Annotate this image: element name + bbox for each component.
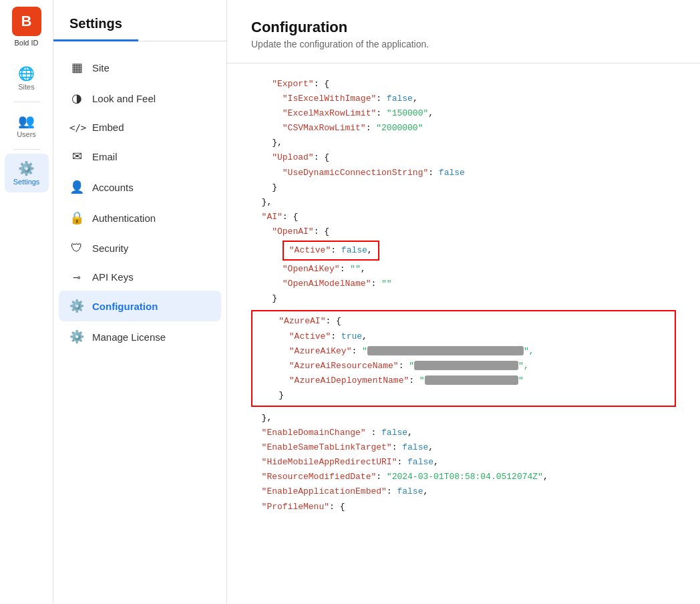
manage-license-label: Manage License: [92, 331, 166, 343]
nav-item-look-and-feel[interactable]: ◑ Look and Feel: [53, 83, 226, 114]
nav-item-manage-license[interactable]: ⚙️ Manage License: [53, 321, 226, 352]
code-line-azure-active: "Active": true,: [258, 329, 669, 344]
nav-item-configuration[interactable]: ⚙️ Configuration: [59, 291, 221, 321]
look-feel-icon: ◑: [69, 91, 84, 106]
code-line-openai-close: }: [251, 291, 676, 306]
nav-item-email[interactable]: ✉ Email: [53, 141, 226, 172]
sidebar-item-sites[interactable]: 🌐 Sites: [5, 59, 49, 98]
sidebar-item-users[interactable]: 👥 Users: [5, 106, 49, 145]
security-label: Security: [92, 243, 128, 254]
code-line-openaimodel: "OpenAiModelName": "": [251, 277, 676, 291]
code-line-enabledomain: "EnableDomainChange" : false,: [251, 426, 676, 440]
manage-license-icon: ⚙️: [69, 329, 84, 344]
code-line-azureaik: "AzureAiKey": " ",: [258, 344, 669, 359]
code-line-azuredeployment: "AzureAiDeploymentName": " ": [258, 373, 669, 388]
nav-item-accounts[interactable]: 👤 Accounts: [53, 172, 226, 202]
code-line-export-close: },: [251, 136, 676, 150]
code-line-isexcel: "IsExcelWithImage": false,: [251, 92, 676, 106]
azure-ai-highlight-block: "AzureAI": { "Active": true, "AzureAiKey…: [251, 310, 676, 407]
sites-label: Sites: [18, 83, 34, 91]
accounts-label: Accounts: [92, 182, 134, 193]
code-line-ai-close: },: [251, 411, 676, 426]
sites-icon: 🌐: [18, 65, 35, 82]
authentication-label: Authentication: [92, 212, 156, 224]
config-code-area: "Export": { "IsExcelWithImage": false, "…: [227, 63, 700, 604]
nav-item-embed[interactable]: </> Embed: [53, 114, 226, 141]
nav-item-security[interactable]: 🛡 Security: [53, 233, 226, 263]
code-line-openaik: "OpenAiKey": "",: [251, 262, 676, 277]
code-line-azureresource: "AzureAiResourceName": " ",: [258, 359, 669, 373]
code-line-resourcemodified: "ResourceModifiedDate": "2024-03-01T08:5…: [251, 470, 676, 484]
settings-icon: ⚙️: [18, 160, 35, 176]
security-icon: 🛡: [69, 241, 84, 255]
code-line-azureai-close: }: [258, 388, 669, 403]
code-line-hidemobile: "HideMobileAppRedirectURI": false,: [251, 455, 676, 470]
site-label: Site: [92, 62, 110, 73]
settings-nav-header: Settings: [53, 16, 226, 41]
active-false-highlight: "Active": false,: [283, 241, 379, 261]
main-content: Configuration Update the configuration o…: [227, 0, 700, 604]
api-keys-label: API Keys: [92, 271, 134, 283]
code-line-usedynamic: "UseDynamicConnectionString": false: [251, 166, 676, 180]
code-line-ai: "AI": {: [251, 210, 676, 224]
code-line-upload-close: }: [251, 180, 676, 195]
nav-item-authentication[interactable]: 🔒 Authentication: [53, 202, 226, 233]
code-line-csvmax: "CSVMaxRowLimit": "2000000": [251, 121, 676, 136]
code-line-excelmax: "ExcelMaxRowLimit": "150000",: [251, 106, 676, 121]
code-line-profilemenu: "ProfileMenu": {: [251, 500, 676, 514]
settings-label: Settings: [13, 178, 40, 186]
configuration-label: Configuration: [92, 301, 158, 312]
email-icon: ✉: [69, 149, 84, 164]
code-line-enableapplicationembed: "EnableApplicationEmbed": false,: [251, 484, 676, 499]
authentication-icon: 🔒: [69, 210, 84, 225]
brand-logo: B: [12, 7, 41, 36]
code-line-upload: "Upload": {: [251, 150, 676, 165]
code-line-export: "Export": {: [251, 77, 676, 92]
embed-label: Embed: [92, 122, 124, 133]
main-header: Configuration Update the configuration o…: [227, 0, 700, 63]
code-line-openai: "OpenAI": {: [251, 224, 676, 239]
site-icon: ▦: [69, 60, 84, 75]
nav-divider: [13, 102, 40, 102]
page-title: Configuration: [251, 19, 676, 36]
configuration-icon: ⚙️: [69, 299, 84, 313]
nav-item-api-keys[interactable]: ⊸ API Keys: [53, 263, 226, 291]
page-subtitle: Update the configuration of the applicat…: [251, 39, 676, 49]
highlight-active-false: "Active": false,: [251, 241, 676, 261]
embed-icon: </>: [69, 122, 84, 133]
accounts-icon: 👤: [69, 180, 84, 194]
settings-nav: Settings ▦ Site ◑ Look and Feel </> Embe…: [53, 0, 227, 604]
email-label: Email: [92, 151, 118, 162]
users-label: Users: [17, 130, 36, 138]
code-line-export-close2: },: [251, 195, 676, 210]
look-feel-label: Look and Feel: [92, 93, 156, 104]
icon-nav: B Bold ID 🌐 Sites 👥 Users ⚙️ Settings: [0, 0, 53, 604]
users-icon: 👥: [18, 113, 35, 129]
settings-nav-title: Settings: [53, 16, 138, 41]
api-keys-icon: ⊸: [69, 272, 84, 283]
nav-divider-2: [13, 149, 40, 150]
nav-item-site[interactable]: ▦ Site: [53, 52, 226, 83]
brand-name: Bold ID: [14, 39, 38, 47]
code-line-enablesametab: "EnableSameTabLinkTarget": false,: [251, 440, 676, 455]
code-line-azureai: "AzureAI": {: [258, 314, 669, 329]
sidebar-item-settings[interactable]: ⚙️ Settings: [5, 154, 49, 192]
